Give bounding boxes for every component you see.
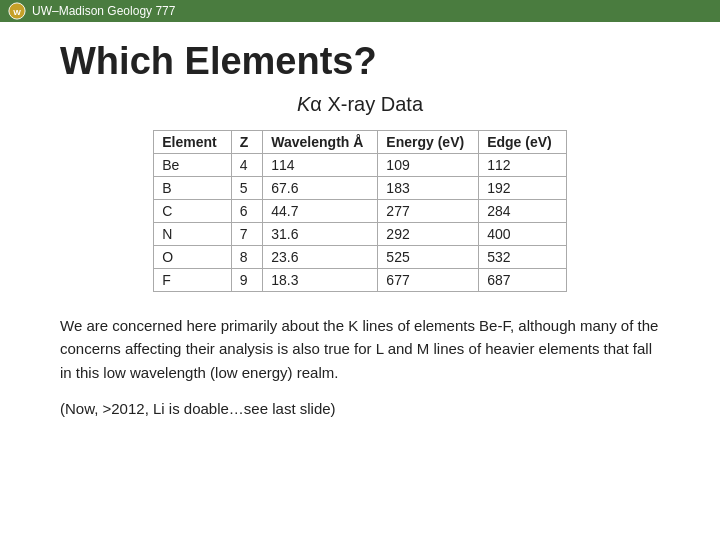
table-cell-5-0: F [154, 269, 231, 292]
table-cell-1-3: 183 [378, 177, 479, 200]
table-row: C644.7277284 [154, 200, 566, 223]
subtitle: Kα X-ray Data [60, 93, 660, 116]
table-cell-2-4: 284 [479, 200, 567, 223]
col-header-edge: Edge (eV) [479, 131, 567, 154]
uw-logo-icon: W [8, 2, 26, 20]
table-row: N731.6292400 [154, 223, 566, 246]
subtitle-k: K [297, 93, 310, 115]
col-header-element: Element [154, 131, 231, 154]
subtitle-alpha: α [310, 93, 322, 115]
page-title: Which Elements? [60, 40, 660, 83]
table-cell-0-0: Be [154, 154, 231, 177]
col-header-energy: Energy (eV) [378, 131, 479, 154]
body-paragraph: We are concerned here primarily about th… [60, 314, 660, 384]
table-cell-0-3: 109 [378, 154, 479, 177]
table-row: O823.6525532 [154, 246, 566, 269]
table-cell-4-3: 525 [378, 246, 479, 269]
table-cell-0-2: 114 [263, 154, 378, 177]
table-cell-1-2: 67.6 [263, 177, 378, 200]
svg-text:W: W [13, 8, 21, 17]
xray-data-table: Element Z Wavelength Å Energy (eV) Edge … [153, 130, 566, 292]
table-cell-2-3: 277 [378, 200, 479, 223]
subtitle-xray: X-ray Data [322, 93, 423, 115]
table-cell-3-1: 7 [231, 223, 263, 246]
table-cell-5-2: 18.3 [263, 269, 378, 292]
table-header-row: Element Z Wavelength Å Energy (eV) Edge … [154, 131, 566, 154]
table-cell-3-0: N [154, 223, 231, 246]
main-content: Which Elements? Kα X-ray Data Element Z … [0, 22, 720, 440]
table-row: F918.3677687 [154, 269, 566, 292]
table-cell-2-0: C [154, 200, 231, 223]
table-cell-3-3: 292 [378, 223, 479, 246]
header-bar: W UW–Madison Geology 777 [0, 0, 720, 22]
table-cell-3-2: 31.6 [263, 223, 378, 246]
table-cell-4-1: 8 [231, 246, 263, 269]
table-cell-4-4: 532 [479, 246, 567, 269]
col-header-z: Z [231, 131, 263, 154]
note-paragraph: (Now, >2012, Li is doable…see last slide… [60, 398, 660, 421]
table-cell-2-1: 6 [231, 200, 263, 223]
table-cell-3-4: 400 [479, 223, 567, 246]
table-cell-1-4: 192 [479, 177, 567, 200]
col-header-wavelength: Wavelength Å [263, 131, 378, 154]
table-cell-1-0: B [154, 177, 231, 200]
table-cell-5-3: 677 [378, 269, 479, 292]
table-cell-0-4: 112 [479, 154, 567, 177]
table-cell-0-1: 4 [231, 154, 263, 177]
table-cell-4-0: O [154, 246, 231, 269]
table-cell-1-1: 5 [231, 177, 263, 200]
table-cell-5-1: 9 [231, 269, 263, 292]
table-cell-4-2: 23.6 [263, 246, 378, 269]
table-cell-2-2: 44.7 [263, 200, 378, 223]
header-title: UW–Madison Geology 777 [32, 4, 175, 18]
table-cell-5-4: 687 [479, 269, 567, 292]
table-row: B567.6183192 [154, 177, 566, 200]
table-body: Be4114109112B567.6183192C644.7277284N731… [154, 154, 566, 292]
table-row: Be4114109112 [154, 154, 566, 177]
